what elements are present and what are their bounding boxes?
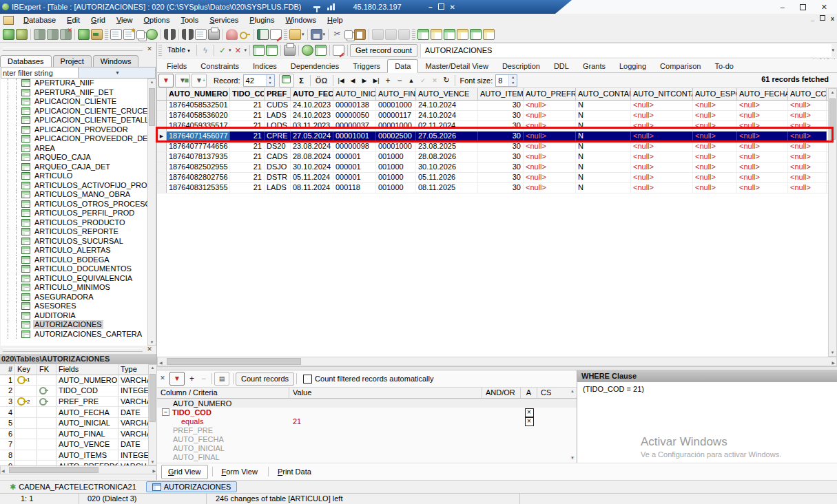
grid-cell[interactable]: 28.08.2026 (416, 152, 478, 162)
toolbar-overflow-icon[interactable]: ▾ (831, 48, 834, 53)
commit-dropdown-icon[interactable]: ▾ (229, 48, 231, 53)
script-executive-icon[interactable] (195, 29, 207, 40)
copy-script-icon[interactable] (136, 30, 145, 39)
grid-cell[interactable]: <null> (788, 173, 827, 182)
print-data-icon[interactable] (284, 45, 296, 56)
grid-cell[interactable]: 27.05.2024 (291, 132, 333, 141)
grid-cell[interactable]: DSJO (265, 162, 291, 172)
filter-row[interactable]: AUTO_FINAL (157, 452, 577, 461)
filter-criteria-cell[interactable]: AUTO_FINAL (157, 452, 289, 462)
grid-cell[interactable]: 000118 (333, 183, 376, 193)
grid-cell[interactable]: 18764078137935 (167, 152, 230, 162)
fields-row[interactable]: 6AUTO_FINALVARCHAR (0, 429, 148, 440)
grid-cell[interactable]: CUDS (265, 101, 291, 110)
grid-cell[interactable]: 18764058532501 (167, 101, 230, 110)
tree-item-articulos_producto[interactable]: ARTICULOS_PRODUCTO (1, 218, 147, 228)
next-record-icon[interactable]: ▶ (359, 77, 371, 84)
column-header-auto_items[interactable]: AUTO_ITEMS (478, 88, 524, 100)
column-header-auto_cc[interactable]: AUTO_CC (788, 88, 827, 100)
grid-scroll-thumb[interactable] (829, 98, 836, 140)
grid-cell[interactable]: 000001 (333, 162, 376, 172)
filter-column-a[interactable]: A (521, 388, 537, 398)
save-dropdown-icon[interactable]: ▾ (323, 32, 326, 37)
tree-item-articulo[interactable]: ARTICULO (1, 171, 147, 181)
disconnect-database-icon[interactable] (47, 29, 59, 40)
rdp-minimize-button[interactable]: – (425, 3, 436, 11)
grid-cell[interactable]: <null> (693, 183, 737, 193)
column-header-auto_final[interactable]: AUTO_FINAL (376, 88, 416, 100)
grid-cell[interactable]: 000001 (333, 152, 376, 162)
fields-row[interactable]: 8AUTO_ITEMSINTEGER (0, 450, 148, 461)
grid-cell[interactable]: <null> (631, 173, 693, 182)
tree-item-articulo_bodega[interactable]: ARTICULO_BODEGA (1, 255, 147, 265)
collapse-icon[interactable]: − (162, 408, 169, 416)
grid-cell[interactable]: 27.05.2026 (416, 132, 478, 141)
grid-cell[interactable]: 23.08.2025 (416, 142, 478, 151)
explorer-tab-windows[interactable]: Windows (93, 55, 139, 67)
view-tab-grid-view[interactable]: Grid View (161, 465, 208, 479)
grid-cell[interactable]: <null> (788, 183, 827, 193)
filter-row[interactable]: AUTO_FECHA (157, 434, 577, 443)
table-row[interactable]: 1876405853250121CUDS24.10.20230000013800… (157, 101, 828, 111)
column-header-auto_prefrdc[interactable]: AUTO_PREFRDC (524, 88, 576, 100)
grid-cell[interactable]: 18764077744656 (167, 142, 230, 151)
grid-cell[interactable]: 18764059335517 (167, 121, 230, 131)
search-metadata-icon[interactable] (182, 29, 194, 40)
fields-column-key[interactable]: Key (15, 364, 37, 375)
grid-cell[interactable]: N (576, 132, 631, 141)
grid-cell[interactable]: LADS (265, 111, 291, 120)
mdi-minimize-button[interactable]: _ (811, 15, 814, 22)
grid-cell[interactable]: <null> (737, 183, 788, 193)
filter-column-column-criteria[interactable]: Column / Criteria (157, 388, 289, 398)
grid-cell[interactable]: 21 (230, 173, 265, 182)
grid-cell[interactable]: <null> (788, 142, 827, 151)
grid-cell[interactable]: <null> (631, 132, 693, 141)
add-filter-icon[interactable]: ▼+ (192, 74, 207, 87)
show-form-icon[interactable] (266, 45, 278, 56)
column-header-auto_inicial[interactable]: AUTO_INICIAL (333, 88, 376, 100)
tree-item-articulo_documentos[interactable]: ARTICULO_DOCUMENTOS (1, 264, 147, 274)
tree-item-aseguradora[interactable]: ASEGURADORA (1, 293, 147, 302)
menu-windows[interactable]: Windows (280, 14, 322, 27)
record-input[interactable]: 42 ▲▼ (243, 74, 275, 87)
save-icon[interactable] (311, 29, 322, 40)
table-row[interactable]: 1876408250295521DSJO30.10.20240000010010… (157, 162, 828, 173)
grid-cell[interactable]: N (576, 173, 631, 182)
grid-cell[interactable]: <null> (737, 173, 788, 182)
grid-cell[interactable]: 28.08.2024 (291, 152, 333, 162)
grid-cell[interactable]: <null> (737, 101, 788, 110)
tab-master-detail-view[interactable]: Master/Detail View (418, 60, 495, 72)
fields-scroll-left-icon[interactable]: ◀ (1, 468, 5, 473)
tree-item-aplicacion_cliente_detalle[interactable]: APLICACION_CLIENTE_DETALLE (1, 116, 147, 125)
rollback-icon[interactable]: ✕ (231, 46, 244, 55)
rdp-close-button[interactable]: ✕ (447, 3, 458, 11)
encoding-icon[interactable]: ÖΩ (313, 76, 331, 85)
window-tab-cadena_factelectronica21[interactable]: ✱CADENA_FACTELECTRONICA21 (4, 482, 142, 492)
open-icon[interactable] (289, 29, 301, 40)
grid-cell[interactable]: 24.10.2024 (416, 111, 478, 120)
tab-comparison[interactable]: Comparison (653, 60, 707, 72)
tree-item-apertura_niif[interactable]: APERTURA_NIIF (1, 78, 147, 88)
grid-cell[interactable]: <null> (524, 162, 576, 172)
grid-cell[interactable]: 30 (478, 101, 524, 110)
grid-cell[interactable]: 00000050 (333, 111, 376, 120)
column-header-tido_cod[interactable]: TIDO_COD (230, 88, 265, 100)
grid-cell[interactable]: 001000 (376, 152, 416, 162)
grid-hscrollbar[interactable]: ◀ ▶ (157, 357, 837, 366)
menu-plugins[interactable]: Plugins (244, 14, 280, 27)
first-record-icon[interactable]: |◀ (335, 77, 347, 84)
filter-active-cell[interactable]: × (521, 416, 537, 426)
grid-cell[interactable]: 18764082802756 (167, 173, 230, 182)
export-data-icon[interactable] (302, 45, 313, 56)
grid-scroll-up-icon[interactable]: ▲ (829, 90, 836, 94)
add-criteria-icon[interactable]: + (186, 374, 198, 384)
commit-icon[interactable]: ✓ (216, 46, 229, 55)
grid-cell[interactable]: 00001000 (376, 121, 416, 131)
menu-database[interactable]: Database (18, 14, 61, 27)
grid-cell[interactable]: 03.11.2023 (291, 121, 333, 131)
grid-cell[interactable]: 21 (230, 152, 265, 162)
grid-cell[interactable]: 30.10.2026 (416, 162, 478, 172)
register-database-icon[interactable] (3, 29, 14, 40)
table-row[interactable]: 1876408280275621DSTR05.11.20240000010010… (157, 173, 828, 183)
grid-cell[interactable]: 00000037 (333, 121, 376, 131)
